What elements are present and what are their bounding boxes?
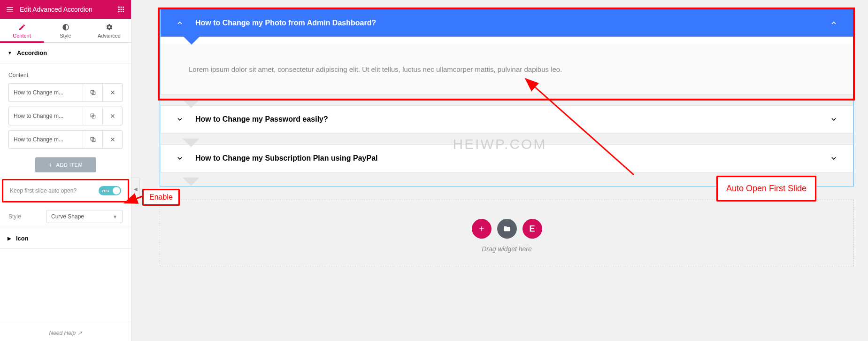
style-select-label: Style bbox=[8, 213, 46, 220]
curve-notch bbox=[183, 36, 200, 45]
style-select[interactable]: Curve Shape ▼ bbox=[46, 210, 123, 223]
remove-icon[interactable] bbox=[102, 131, 122, 148]
duplicate-icon[interactable] bbox=[83, 131, 102, 148]
svg-rect-6 bbox=[118, 11, 120, 12]
external-link-icon: ↗ bbox=[77, 330, 82, 336]
accordion-item: How to Change my Subscription Plan using… bbox=[160, 144, 853, 172]
accordion-item: How to Change my Password easily? bbox=[160, 105, 853, 133]
curve-notch bbox=[183, 178, 200, 186]
duplicate-icon[interactable] bbox=[83, 107, 102, 125]
annotation-highlight-box: Keep first slide auto open? YES bbox=[2, 179, 129, 202]
svg-rect-5 bbox=[123, 9, 124, 10]
template-button[interactable] bbox=[497, 219, 517, 239]
contrast-icon bbox=[62, 23, 69, 31]
elements-button[interactable]: E bbox=[522, 219, 542, 239]
annotation-auto-open: Auto Open First Slide bbox=[716, 176, 816, 202]
tab-content[interactable]: Content bbox=[0, 19, 44, 42]
accordion-item-row[interactable]: How to Change m... bbox=[8, 107, 123, 125]
accordion-header[interactable]: How to Change my Password easily? bbox=[161, 106, 853, 133]
section-accordion[interactable]: ▼ Accordion bbox=[0, 43, 131, 63]
controls-area: Content How to Change m... How to Change… bbox=[0, 63, 131, 176]
accordion-header[interactable]: How to Change my Photo from Admin Dashbo… bbox=[161, 9, 853, 37]
toggle-knob bbox=[113, 187, 120, 194]
annotation-enable: Enable bbox=[142, 189, 180, 206]
chevron-down-icon bbox=[829, 155, 839, 162]
editor-sidebar: Edit Advanced Accordion Content Style Ad… bbox=[0, 0, 131, 341]
dropzone-text: Drag widget here bbox=[160, 245, 853, 253]
svg-rect-7 bbox=[121, 11, 122, 12]
tab-style[interactable]: Style bbox=[44, 19, 87, 42]
chevron-up-icon bbox=[175, 19, 185, 27]
item-title[interactable]: How to Change m... bbox=[9, 89, 83, 96]
duplicate-icon[interactable] bbox=[83, 84, 102, 101]
accordion-item: How to Change my Photo from Admin Dashbo… bbox=[160, 9, 853, 94]
chevron-down-icon bbox=[175, 116, 185, 123]
svg-rect-8 bbox=[123, 11, 124, 12]
section-icon[interactable]: ▶ Icon bbox=[0, 228, 131, 249]
accordion-item-row[interactable]: How to Change m... bbox=[8, 130, 123, 149]
keep-first-open-toggle[interactable]: YES bbox=[99, 186, 121, 195]
pencil-icon bbox=[18, 23, 26, 31]
chevron-up-icon bbox=[829, 19, 839, 27]
svg-rect-3 bbox=[118, 9, 120, 10]
gear-icon bbox=[106, 23, 113, 31]
widgets-icon[interactable] bbox=[116, 4, 126, 15]
accordion-widget[interactable]: How to Change my Photo from Admin Dashbo… bbox=[160, 8, 854, 186]
accordion-header[interactable]: How to Change my Subscription Plan using… bbox=[161, 145, 853, 172]
content-label: Content bbox=[8, 72, 123, 78]
editor-tabs: Content Style Advanced bbox=[0, 19, 131, 43]
svg-rect-1 bbox=[121, 7, 122, 8]
svg-rect-2 bbox=[123, 7, 124, 8]
item-title[interactable]: How to Change m... bbox=[9, 136, 83, 143]
preview-area: How to Change my Photo from Admin Dashbo… bbox=[131, 0, 868, 341]
add-section-button[interactable] bbox=[472, 219, 492, 239]
svg-rect-0 bbox=[118, 7, 120, 8]
accordion-item-row[interactable]: How to Change m... bbox=[8, 83, 123, 102]
keep-first-open-label: Keep first slide auto open? bbox=[10, 187, 77, 194]
caret-down-icon: ▼ bbox=[113, 214, 117, 219]
caret-down-icon: ▼ bbox=[8, 50, 12, 55]
need-help-link[interactable]: Need Help ↗ bbox=[0, 323, 131, 341]
tab-advanced[interactable]: Advanced bbox=[87, 19, 131, 42]
collapse-panel-button[interactable]: ◀ bbox=[131, 178, 140, 200]
remove-icon[interactable] bbox=[102, 107, 122, 125]
menu-icon[interactable] bbox=[5, 4, 15, 15]
caret-right-icon: ▶ bbox=[8, 236, 11, 241]
chevron-down-icon bbox=[829, 116, 839, 123]
item-title[interactable]: How to Change m... bbox=[9, 113, 83, 119]
drop-widget-zone[interactable]: E Drag widget here bbox=[160, 200, 854, 266]
add-item-button[interactable]: + ADD ITEM bbox=[35, 157, 96, 172]
chevron-down-icon bbox=[175, 155, 185, 162]
sidebar-header: Edit Advanced Accordion bbox=[0, 0, 131, 19]
remove-icon[interactable] bbox=[102, 84, 122, 101]
plus-icon: + bbox=[48, 161, 53, 169]
svg-rect-4 bbox=[121, 9, 122, 10]
accordion-body: Lorem ipsum dolor sit amet, consectetur … bbox=[161, 45, 853, 94]
sidebar-title: Edit Advanced Accordion bbox=[20, 6, 116, 13]
style-select-row: Style Curve Shape ▼ bbox=[0, 205, 131, 228]
